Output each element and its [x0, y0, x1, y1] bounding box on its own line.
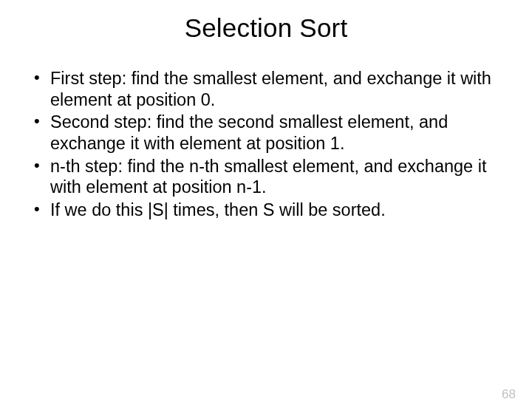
list-item: If we do this |S| times, then S will be …: [31, 200, 501, 221]
bullet-list: First step: find the smallest element, a…: [31, 68, 501, 221]
slide: Selection Sort First step: find the smal…: [0, 13, 532, 399]
list-item: First step: find the smallest element, a…: [31, 68, 501, 110]
list-item: Second step: find the second smallest el…: [31, 112, 501, 154]
page-number: 68: [502, 387, 516, 399]
slide-title: Selection Sort: [0, 13, 532, 43]
slide-body: First step: find the smallest element, a…: [0, 68, 532, 221]
list-item: n-th step: find the n-th smallest elemen…: [31, 156, 501, 198]
